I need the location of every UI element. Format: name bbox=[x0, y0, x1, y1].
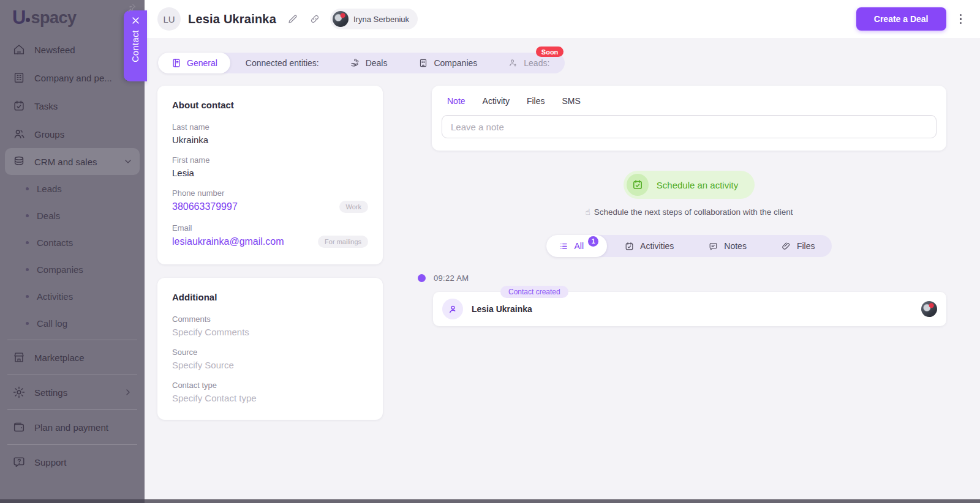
tab-label: Companies bbox=[434, 58, 477, 68]
sidebar-subitem-companies[interactable]: Companies bbox=[0, 256, 145, 283]
filter-tab-label: Activities bbox=[640, 241, 674, 251]
bullet-icon bbox=[26, 268, 29, 271]
calendar-check-icon bbox=[627, 174, 649, 196]
edit-icon[interactable] bbox=[287, 13, 298, 24]
comments-field[interactable]: Specify Comments bbox=[172, 327, 368, 337]
card-title: About contact bbox=[172, 100, 368, 110]
page-title: Lesia Ukrainka bbox=[188, 12, 276, 26]
tab-connected-entities[interactable]: Connected entities: bbox=[230, 53, 334, 73]
timeline-event-card[interactable]: Contact created Lesia Ukrainka bbox=[433, 292, 946, 326]
contact-drawer-tab[interactable]: Contact bbox=[124, 10, 147, 81]
email-value[interactable]: lesiaukrainka@gmail.com bbox=[172, 236, 284, 247]
help-icon bbox=[12, 455, 26, 469]
divider bbox=[7, 374, 137, 375]
tab-label: General bbox=[187, 58, 217, 68]
sidebar-item-label: Marketplace bbox=[34, 352, 135, 363]
more-options-icon[interactable] bbox=[957, 12, 965, 27]
sidebar-item-settings[interactable]: Settings bbox=[0, 378, 145, 406]
pin-icon[interactable] bbox=[126, 2, 137, 13]
sidebar-item-marketplace[interactable]: Marketplace bbox=[0, 343, 145, 371]
timeline-dot-icon bbox=[418, 274, 426, 282]
link-icon[interactable] bbox=[309, 13, 320, 24]
sidebar-item-groups[interactable]: Groups bbox=[0, 120, 145, 148]
logo[interactable]: U spacy bbox=[0, 0, 145, 35]
soon-badge: Soon bbox=[536, 47, 564, 57]
create-deal-button[interactable]: Create a Deal bbox=[856, 7, 946, 31]
sidebar-item-crm[interactable]: CRM and sales bbox=[5, 148, 140, 175]
hand-coins-icon bbox=[350, 58, 361, 69]
calendar-check-icon bbox=[624, 241, 635, 252]
filter-tab-notes[interactable]: Notes bbox=[691, 235, 764, 257]
owner-avatar bbox=[333, 11, 349, 27]
booklet-icon bbox=[171, 58, 182, 69]
sidebar-item-label: Company and pe... bbox=[34, 73, 113, 83]
bullet-icon bbox=[26, 295, 29, 298]
email-type-tag: For mailings bbox=[318, 236, 368, 248]
owner-chip[interactable]: Iryna Serbeniuk bbox=[330, 9, 418, 29]
close-icon[interactable] bbox=[131, 16, 140, 25]
event-contact-name: Lesia Ukrainka bbox=[472, 304, 532, 314]
bullet-icon bbox=[26, 187, 29, 190]
sidebar-subitem-label: Deals bbox=[37, 211, 60, 221]
composer-tab-activity[interactable]: Activity bbox=[483, 96, 510, 106]
tab-label: Connected entities: bbox=[246, 58, 319, 68]
sidebar-subitem-label: Call log bbox=[37, 318, 67, 329]
event-type-badge: Contact created bbox=[500, 286, 568, 298]
phone-value[interactable]: 380663379997 bbox=[172, 201, 238, 212]
people-icon bbox=[12, 127, 26, 141]
last-name-value[interactable]: Ukrainka bbox=[172, 135, 368, 145]
bullet-icon bbox=[26, 214, 29, 217]
chevron-right-icon bbox=[121, 387, 135, 397]
field-label: Last name bbox=[172, 122, 368, 132]
sidebar-subitem-deals[interactable]: Deals bbox=[0, 202, 145, 229]
divider bbox=[7, 409, 137, 410]
sidebar-item-tasks[interactable]: Tasks bbox=[0, 92, 145, 120]
tab-label: Leads: bbox=[524, 58, 549, 68]
timeline: 09:22 AM Contact created Lesia Ukrainka bbox=[418, 274, 946, 326]
content-columns: About contact Last name Ukrainka First n… bbox=[145, 73, 980, 433]
tab-companies[interactable]: Companies bbox=[402, 53, 492, 73]
schedule-activity-label: Schedule an activity bbox=[657, 180, 738, 190]
sidebar-item-plan[interactable]: Plan and payment bbox=[0, 413, 145, 441]
sidebar-item-label: Support bbox=[34, 457, 135, 468]
additional-card: Additional Comments Specify Comments Sou… bbox=[157, 278, 383, 420]
contact-header: LU Lesia Ukrainka Iryna Serbeniuk Create… bbox=[145, 0, 980, 38]
screen-bottom-edge bbox=[0, 499, 980, 503]
source-field[interactable]: Specify Source bbox=[172, 360, 368, 370]
filter-tab-all[interactable]: All 1 bbox=[546, 235, 608, 257]
field-label: Source bbox=[172, 348, 368, 357]
sidebar-item-support[interactable]: Support bbox=[0, 448, 145, 476]
contact-drawer-label: Contact bbox=[130, 30, 140, 62]
sidebar-subitem-leads[interactable]: Leads bbox=[0, 175, 145, 202]
contact-type-field[interactable]: Specify Contact type bbox=[172, 393, 368, 403]
sidebar-subitem-contacts[interactable]: Contacts bbox=[0, 229, 145, 256]
sidebar-subitem-call-log[interactable]: Call log bbox=[0, 310, 145, 337]
filter-tab-activities[interactable]: Activities bbox=[607, 235, 691, 257]
tab-deals[interactable]: Deals bbox=[334, 53, 403, 73]
avatar: LU bbox=[157, 7, 181, 31]
sidebar-subitem-label: Contacts bbox=[37, 237, 73, 248]
sidebar-subitem-activities[interactable]: Activities bbox=[0, 283, 145, 310]
sidebar-item-company[interactable]: Company and pe... bbox=[0, 64, 145, 92]
avatar-initials: LU bbox=[163, 14, 175, 24]
first-name-value[interactable]: Lesia bbox=[172, 168, 368, 178]
note-input[interactable]: Leave a note bbox=[442, 115, 937, 138]
event-author-avatar bbox=[921, 301, 937, 317]
sidebar-item-newsfeed[interactable]: Newsfeed bbox=[0, 35, 145, 64]
filter-tab-files[interactable]: Files bbox=[764, 235, 832, 257]
tab-leads[interactable]: Soon Leads: bbox=[492, 53, 565, 73]
feed-filter-tabs: All 1 Activities Notes bbox=[546, 235, 832, 257]
schedule-activity-button[interactable]: Schedule an activity bbox=[624, 171, 755, 199]
composer-tab-files[interactable]: Files bbox=[527, 96, 545, 106]
tab-general[interactable]: General bbox=[158, 53, 230, 73]
composer-tab-note[interactable]: Note bbox=[447, 96, 466, 106]
divider bbox=[7, 444, 137, 445]
composer-tab-sms[interactable]: SMS bbox=[562, 96, 580, 106]
wallet-icon bbox=[12, 420, 26, 434]
contact-person-icon bbox=[442, 299, 463, 319]
card-title: Additional bbox=[172, 292, 368, 302]
sidebar-item-label: CRM and sales bbox=[34, 157, 113, 167]
layers-icon bbox=[12, 155, 26, 168]
contact-fields-column: About contact Last name Ukrainka First n… bbox=[157, 86, 383, 433]
filter-tab-label: All bbox=[575, 241, 584, 251]
